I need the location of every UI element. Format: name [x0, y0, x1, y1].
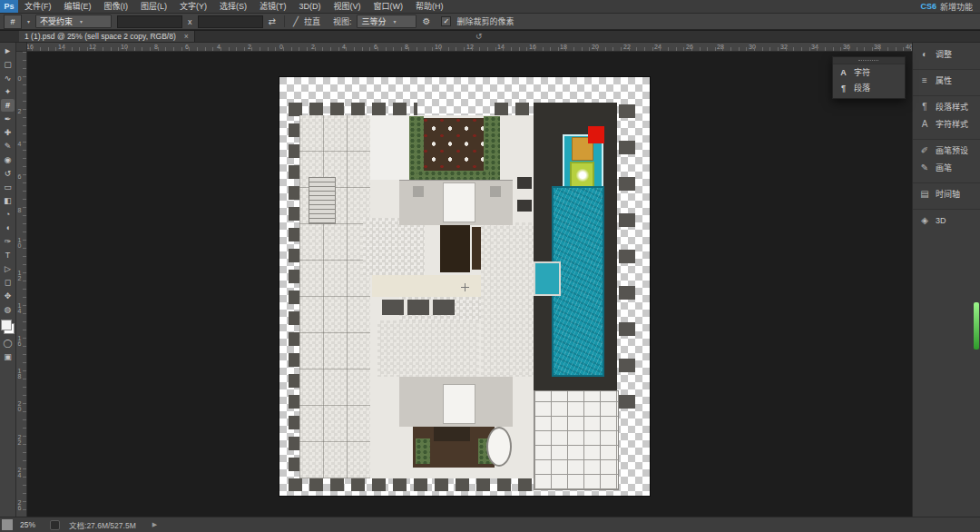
panel-label: 段落 — [854, 82, 870, 94]
gear-icon[interactable]: ⚙ — [422, 16, 430, 26]
ruler-tick-label: 26 — [686, 43, 693, 51]
panel-icon: A — [919, 119, 930, 129]
tool-button[interactable]: ✒ — [1, 113, 15, 125]
floorplan-table-b — [490, 186, 501, 197]
menu-item[interactable]: 图层(L) — [134, 0, 173, 13]
vertical-ruler[interactable]: 02468101214161820222426 — [16, 52, 27, 517]
floating-panel-button[interactable]: A 字符 — [833, 64, 905, 80]
tool-button[interactable]: ▢ — [1, 58, 15, 71]
canvas-artboard[interactable] — [279, 77, 650, 496]
straighten-icon[interactable]: ╱ — [293, 16, 299, 26]
color-swatches[interactable] — [1, 320, 15, 334]
close-icon[interactable]: × — [184, 32, 189, 41]
dock-panel-button[interactable]: ¶ 段落样式 — [913, 95, 980, 115]
tool-button[interactable]: ✚ — [1, 126, 15, 139]
photoshop-window: Ps 文件(F)编辑(E)图像(I)图层(L)文字(Y)选择(S)滤镜(T)3D… — [0, 0, 980, 532]
tool-button[interactable]: ◉ — [1, 153, 15, 166]
workspace-switcher[interactable]: CS6 新增功能 — [920, 1, 980, 13]
tool-button[interactable]: # — [1, 99, 15, 112]
floorplan-right-center-rooms — [481, 222, 534, 377]
resize-grip[interactable] — [2, 519, 13, 530]
ruler-tick-label: 16 — [16, 335, 23, 346]
floorplan-bar-counter — [440, 221, 470, 272]
tool-button[interactable]: ◍ — [1, 303, 15, 316]
horizontal-ruler[interactable]: 1614121086420246810121416182022242628303… — [16, 43, 912, 52]
ruler-tick-label: 10 — [16, 237, 23, 248]
tool-button[interactable]: ✎ — [1, 140, 15, 153]
document-tab[interactable]: 1 (1).psd @ 25% (sell space 2 copy, RGB/… — [19, 31, 195, 42]
foreground-color-swatch[interactable] — [1, 320, 12, 330]
zoom-level-field[interactable]: 25% — [20, 520, 35, 529]
crop-height-input[interactable] — [198, 15, 263, 28]
tool-button[interactable]: ► — [1, 44, 15, 57]
panel-icon: ✐ — [919, 145, 930, 155]
menu-item[interactable]: 图像(I) — [98, 0, 135, 13]
panel-icon: ¶ — [919, 102, 930, 112]
menu-item[interactable]: 编辑(E) — [58, 0, 98, 13]
floating-panel-button[interactable]: ¶ 段落 — [833, 80, 905, 95]
floating-panel-items: A 字符 ¶ 段落 — [833, 64, 905, 95]
tool-button[interactable]: ∿ — [1, 72, 15, 84]
tool-button[interactable]: ◖ — [1, 222, 15, 234]
dock-panel-button[interactable]: ✐ 画笔预设 — [913, 139, 980, 159]
ruler-tick-label: 28 — [717, 43, 724, 51]
crop-width-input[interactable] — [117, 15, 182, 28]
ruler-tick-label: 4 — [342, 43, 346, 51]
menu-item[interactable]: 帮助(H) — [409, 0, 450, 13]
crop-tool-icon[interactable]: # — [4, 15, 22, 29]
menu-item[interactable]: 选择(S) — [213, 0, 253, 13]
tool-button[interactable]: ▷ — [1, 262, 15, 275]
ruler-tick-label: 6 — [185, 43, 189, 51]
dock-panel-button[interactable]: ✎ 画笔 — [913, 159, 980, 176]
ruler-tick-label: 22 — [16, 434, 23, 445]
dock-panel-button[interactable]: ▤ 时间轴 — [913, 182, 980, 202]
floorplan-bottom-wall — [289, 478, 535, 491]
dock-panel-button[interactable]: ◐ 调整 — [913, 45, 980, 63]
panel-drag-grip[interactable] — [833, 57, 905, 64]
ruler-tick-label: 30 — [749, 43, 756, 51]
quick-mask-button[interactable]: ◯ — [1, 337, 15, 350]
floorplan-lounger-highlight — [576, 169, 589, 182]
options-bar: # ▾ 不受约束 ▾ x ⇄ ╱ 拉直 视图: 三等分 ▾ ⚙ ✓ 删除裁剪的像… — [0, 14, 980, 30]
menu-item[interactable]: 文件(F) — [18, 0, 58, 13]
dock-panel-button[interactable]: A 字符样式 — [913, 115, 980, 133]
tool-preset-caret-icon[interactable]: ▾ — [27, 18, 30, 25]
delete-cropped-pixels-checkbox[interactable]: ✓ — [441, 16, 451, 26]
crop-ratio-dropdown[interactable]: 不受约束 ▾ — [35, 15, 112, 28]
sync-icon[interactable]: ↺ — [475, 31, 483, 42]
tool-button[interactable]: ✥ — [1, 290, 15, 302]
tool-button[interactable]: ◧ — [1, 194, 15, 207]
screen-mode-button[interactable]: ▣ — [1, 350, 15, 363]
status-options-arrow-icon[interactable]: ▶ — [152, 521, 157, 528]
tool-button[interactable]: ✦ — [1, 85, 15, 98]
ruler-tick-label: 6 — [16, 173, 23, 179]
tool-button[interactable]: T — [1, 249, 15, 261]
document-tab-bar: 1 (1).psd @ 25% (sell space 2 copy, RGB/… — [0, 31, 980, 43]
floating-panel[interactable]: A 字符 ¶ 段落 — [832, 56, 906, 99]
menu-item[interactable]: 视图(V) — [328, 0, 368, 13]
workspace-badge: CS6 — [920, 2, 936, 11]
crop-ratio-value: 不受约束 — [40, 15, 73, 27]
menu-item[interactable]: 文字(Y) — [173, 0, 213, 13]
dock-panel-button[interactable]: ≡ 属性 — [913, 69, 980, 89]
floorplan-top-wall-left — [289, 103, 417, 115]
tool-button[interactable]: ◻ — [1, 276, 15, 289]
straighten-button[interactable]: 拉直 — [304, 15, 320, 27]
chevron-down-icon: ▾ — [393, 18, 396, 25]
tool-button[interactable]: ◔ — [1, 208, 15, 221]
floorplan-stairs — [309, 177, 336, 224]
overlay-view-dropdown[interactable]: 三等分 ▾ — [357, 15, 416, 28]
ruler-tick-label: 38 — [874, 43, 881, 51]
menu-item[interactable]: 窗口(W) — [368, 0, 410, 13]
menu-item[interactable]: 滤镜(T) — [253, 0, 293, 13]
canvas-viewport[interactable] — [27, 52, 912, 517]
ruler-tick-label: 4 — [16, 141, 23, 146]
dock-panel-button[interactable]: ◈ 3D — [913, 209, 980, 229]
swap-dimensions-icon[interactable]: ⇄ — [269, 16, 276, 26]
tool-button[interactable]: ↺ — [1, 167, 15, 180]
ruler-tick-label: 2 — [248, 43, 251, 51]
tool-button[interactable]: ▭ — [1, 181, 15, 193]
tool-button[interactable]: ✑ — [1, 235, 15, 248]
tool-list: ►▢∿✦#✒✚✎◉↺▭◧◔◖✑T▷◻✥◍ — [1, 44, 15, 316]
menu-item[interactable]: 3D(D) — [293, 0, 328, 13]
